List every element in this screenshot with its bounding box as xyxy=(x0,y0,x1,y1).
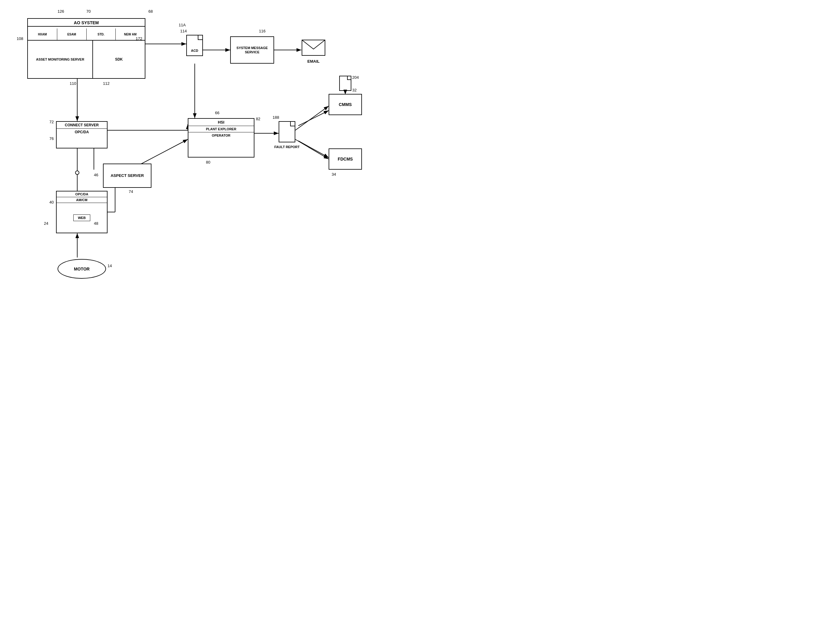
ref-108: 108 xyxy=(17,36,23,41)
sdk-label: SDK xyxy=(115,57,122,61)
acd-doc: ACD xyxy=(186,35,203,56)
fdcms-box: FDCMS xyxy=(329,149,362,170)
ref-126: 126 xyxy=(58,9,64,14)
fault-report-doc xyxy=(279,121,295,143)
ao-system-label: AO SYSTEM xyxy=(74,20,99,25)
ref-32: 32 xyxy=(352,88,357,92)
connect-server-label: CONNECT SERVER xyxy=(65,123,99,127)
ref-40: 40 xyxy=(49,200,54,204)
aspect-server-label: ASPECT SERVER xyxy=(110,173,144,178)
asset-monitoring-server-label: ASSET MONITORING SERVER xyxy=(36,57,84,61)
ref-82: 82 xyxy=(256,117,260,121)
plant-explorer-label: PLANT EXPLORER xyxy=(206,127,236,131)
email-envelope xyxy=(302,39,326,56)
system-message-service-label: SYSTEM MESSAGE SERVICE xyxy=(231,46,274,55)
opcda-device-label: OPC/DA xyxy=(75,192,89,196)
ref-14: 14 xyxy=(107,264,112,268)
opc-device-box: OPC/DA AM/CM WEB xyxy=(56,191,107,233)
ref-66: 66 xyxy=(215,110,219,115)
svg-point-14 xyxy=(75,171,79,175)
cmms-label: CMMS xyxy=(339,102,352,107)
system-message-service-box: SYSTEM MESSAGE SERVICE xyxy=(230,36,274,64)
ref-34: 34 xyxy=(332,172,336,176)
ref-110: 110 xyxy=(70,81,77,86)
hsi-label: HSI xyxy=(218,120,224,124)
ref-46: 46 xyxy=(94,173,98,177)
ref-24: 24 xyxy=(44,221,48,226)
ref-11a: 11A xyxy=(179,23,186,27)
ref-72: 72 xyxy=(49,120,54,124)
ref-114: 114 xyxy=(180,29,187,33)
opcda-connect-label: OPC/DA xyxy=(75,130,89,134)
diagram-container: AO SYSTEM HXAM ESAM STD. NEW AM ASSET MO… xyxy=(0,0,411,322)
ref-188: 188 xyxy=(272,115,279,120)
ref-48: 48 xyxy=(94,221,98,226)
cmms-box: CMMS xyxy=(329,94,362,115)
motor-ellipse: MOTOR xyxy=(58,259,106,279)
ref-116: 116 xyxy=(259,29,266,33)
amcm-label: AM/CM xyxy=(76,198,87,202)
motor-label: MOTOR xyxy=(74,267,90,271)
svg-rect-21 xyxy=(302,40,325,55)
svg-line-24 xyxy=(295,106,329,130)
new-am-cell: NEW AM xyxy=(124,33,136,36)
fault-report-label: FAULT REPORT xyxy=(274,145,300,149)
web-label: WEB xyxy=(78,216,86,219)
ao-system-box: AO SYSTEM HXAM ESAM STD. NEW AM ASSET MO… xyxy=(27,18,145,79)
ref-112: 112 xyxy=(103,81,110,86)
svg-line-8 xyxy=(298,141,329,158)
operator-label: OPERATOR xyxy=(212,133,230,137)
ref-172: 172 xyxy=(136,36,142,41)
hxam-cell: HXAM xyxy=(38,33,47,36)
email-label: EMAIL xyxy=(308,59,320,64)
aspect-server-box: ASPECT SERVER xyxy=(103,164,152,188)
ref-76: 76 xyxy=(49,136,54,141)
hsi-box: HSI PLANT EXPLORER OPERATOR xyxy=(188,118,254,158)
cmms-doc-icon xyxy=(339,76,351,91)
svg-line-7 xyxy=(298,110,329,126)
esam-cell: ESAM xyxy=(67,33,76,36)
ref-70: 70 xyxy=(86,9,90,14)
acd-label: ACD xyxy=(191,49,198,52)
connect-server-box: CONNECT SERVER OPC/DA xyxy=(56,121,107,149)
ref-204: 204 xyxy=(352,75,359,80)
fdcms-label: FDCMS xyxy=(338,156,353,161)
ref-80: 80 xyxy=(206,160,210,164)
ref-74: 74 xyxy=(129,189,133,194)
ref-68: 68 xyxy=(148,9,153,14)
std-cell: STD. xyxy=(98,33,104,36)
